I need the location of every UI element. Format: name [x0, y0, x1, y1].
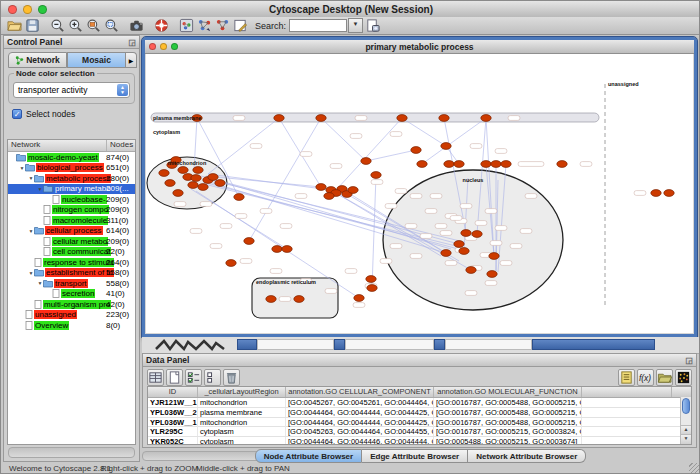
select-attributes-icon[interactable] — [185, 369, 202, 386]
attribute-table-icon[interactable] — [147, 369, 164, 386]
network-node[interactable] — [397, 115, 407, 122]
region-plasma-membrane[interactable] — [151, 113, 599, 122]
network-node[interactable] — [487, 271, 497, 278]
node-color-dropdown[interactable]: transporter activity ▲▼ — [13, 82, 130, 98]
edge[interactable] — [337, 118, 402, 189]
scroll-down-icon[interactable]: ▼ — [681, 434, 691, 444]
tree-row[interactable]: ▼biological_process651(0) — [8, 163, 135, 174]
network-node[interactable] — [188, 182, 198, 189]
network-node[interactable] — [191, 175, 201, 182]
tree-row[interactable]: macromolecule311(0) — [8, 215, 135, 226]
tree-row[interactable]: Overview8(0) — [8, 320, 135, 331]
select-nodes-checkbox[interactable]: ✓ — [12, 109, 22, 119]
network-node[interactable] — [159, 170, 169, 177]
search-dropdown-icon[interactable]: ▼ — [348, 18, 363, 33]
network-node[interactable] — [316, 115, 326, 122]
network-node[interactable] — [459, 248, 469, 255]
network-node[interactable] — [444, 161, 454, 168]
network-node[interactable] — [489, 253, 499, 260]
network-node[interactable] — [324, 193, 334, 200]
network-node[interactable] — [226, 260, 236, 267]
network-node[interactable] — [417, 161, 427, 168]
network-node[interactable] — [234, 194, 244, 201]
table-row[interactable]: YJR121W__1mitochondrion[GO:0045267, GO:0… — [148, 398, 691, 408]
zoom-selected-icon[interactable] — [103, 18, 119, 34]
network-node[interactable] — [557, 161, 567, 168]
help-ring-icon[interactable] — [153, 18, 169, 34]
table-scrollbar[interactable]: ▲ ▼ — [680, 397, 691, 444]
search-options-icon[interactable] — [364, 18, 380, 34]
network-node[interactable] — [454, 161, 464, 168]
network-node[interactable] — [173, 190, 183, 197]
tree-row[interactable]: multi-organism pro42(0) — [8, 299, 135, 310]
tab-overflow-icon[interactable]: ▶ — [126, 52, 137, 68]
zoom-fit-icon[interactable] — [85, 18, 101, 34]
network-node[interactable] — [651, 190, 661, 197]
import-network-icon[interactable] — [196, 18, 212, 34]
network-node[interactable] — [371, 172, 381, 179]
tree-row[interactable]: ▼establishment of lo558(0) — [8, 268, 135, 279]
network-node[interactable] — [198, 184, 208, 191]
tab-network-attribute-browser[interactable]: Network Attribute Browser — [468, 449, 586, 463]
tree-row[interactable]: nitrogen compo209(0) — [8, 205, 135, 216]
network-node[interactable] — [472, 231, 482, 238]
float-window-icon[interactable]: ◲ — [685, 356, 693, 365]
network-node[interactable] — [491, 161, 501, 168]
network-node[interactable] — [282, 246, 292, 253]
tree-row[interactable]: nucleobase-209(0) — [8, 194, 135, 205]
attribute-batch-icon[interactable] — [618, 369, 635, 386]
tree-row[interactable]: secretion41(0) — [8, 289, 135, 300]
edge[interactable] — [321, 118, 366, 161]
network-node[interactable] — [411, 147, 421, 154]
network-node[interactable] — [294, 296, 304, 303]
network-node[interactable] — [481, 115, 491, 122]
network-node[interactable] — [316, 184, 326, 191]
tree-row[interactable]: ▼primary metabo209(... — [8, 184, 135, 195]
float-window-icon[interactable]: ◲ — [128, 38, 136, 47]
tree-row[interactable]: cell communicat22(0) — [8, 247, 135, 258]
zoom-out-icon[interactable] — [49, 18, 65, 34]
network-node[interactable] — [439, 115, 449, 122]
tab-mosaic[interactable]: Mosaic — [67, 52, 126, 68]
network-node[interactable] — [361, 158, 371, 165]
table-row[interactable]: YLR295Ccytoplasm[GO:0045263, GO:0044464,… — [148, 427, 691, 437]
save-icon[interactable] — [24, 18, 40, 34]
network-node[interactable] — [208, 174, 218, 181]
network-node[interactable] — [441, 143, 451, 150]
tree-row[interactable]: ▼metabolic process280(0) — [8, 173, 135, 184]
tab-network[interactable]: Network — [8, 52, 67, 68]
network-node[interactable] — [664, 190, 674, 197]
network-canvas[interactable]: plasma membranecytoplasmmitochondrionnuc… — [146, 54, 693, 333]
import-attributes-icon[interactable] — [656, 369, 673, 386]
network-node[interactable] — [501, 161, 511, 168]
edge[interactable] — [366, 150, 416, 161]
delete-attribute-icon[interactable] — [223, 369, 240, 386]
create-view-icon[interactable] — [214, 18, 230, 34]
open-folder-icon[interactable] — [6, 18, 22, 34]
network-node[interactable] — [354, 295, 364, 302]
table-row[interactable]: YPL036W__1mitochondrion[GO:0044464, GO:0… — [148, 418, 691, 428]
network-node[interactable] — [367, 285, 377, 292]
tab-node-attribute-browser[interactable]: Node Attribute Browser — [255, 449, 363, 463]
matrix-icon[interactable] — [675, 369, 692, 386]
tree-row[interactable]: ▼cellular process614(0) — [8, 226, 135, 237]
table-column-header[interactable]: annotation.GO MOLECULAR_FUNCTION — [434, 387, 582, 397]
edge[interactable] — [249, 118, 321, 241]
network-node[interactable] — [215, 180, 225, 187]
network-node[interactable] — [244, 238, 254, 245]
resize-grip[interactable] — [689, 463, 700, 474]
search-input[interactable] — [289, 19, 347, 32]
tree-row[interactable]: response to stimulu264(0) — [8, 257, 135, 268]
network-node[interactable] — [481, 161, 491, 168]
zoom-in-icon[interactable] — [67, 18, 83, 34]
tab-edge-attribute-browser[interactable]: Edge Attribute Browser — [362, 449, 468, 463]
network-node[interactable] — [193, 167, 203, 174]
network-node[interactable] — [274, 115, 284, 122]
table-column-header[interactable]: _cellularLayoutRegion — [198, 387, 286, 397]
network-node[interactable] — [454, 241, 464, 248]
new-attribute-icon[interactable] — [166, 369, 183, 386]
edge[interactable] — [208, 118, 279, 174]
network-node[interactable] — [272, 246, 282, 253]
network-node[interactable] — [178, 167, 188, 174]
table-row[interactable]: YPL036W__2plasma membrane[GO:0044464, GO… — [148, 408, 691, 418]
